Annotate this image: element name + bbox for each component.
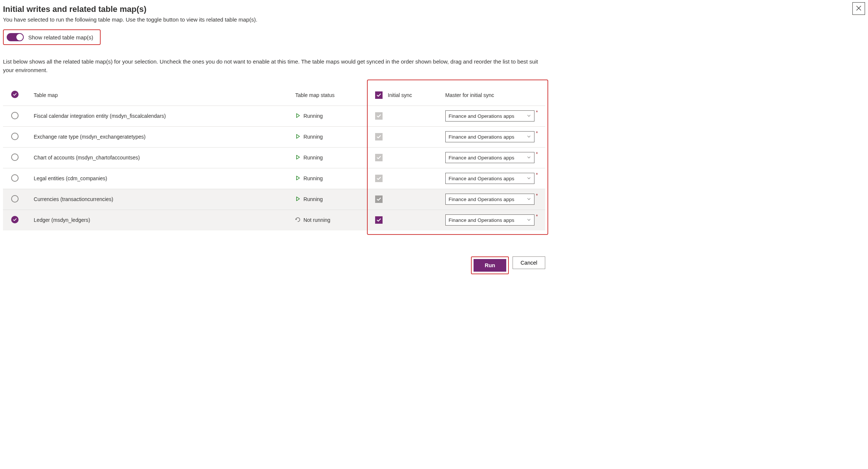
grid-header-initial-sync: Initial sync [372, 85, 445, 106]
master-dropdown-value: Finance and Operations apps [449, 155, 514, 161]
table-map-status: Not running [295, 210, 372, 230]
initial-sync-checkbox[interactable] [375, 154, 383, 161]
grid-header-master[interactable]: Master for initial sync [445, 85, 545, 106]
master-cell: Finance and Operations apps* [445, 189, 545, 210]
initial-sync-checkbox[interactable] [375, 112, 383, 120]
master-dropdown-value: Finance and Operations apps [449, 176, 514, 181]
chevron-down-icon [527, 113, 531, 119]
chevron-down-icon [527, 155, 531, 161]
master-cell: Finance and Operations apps* [445, 168, 545, 189]
initial-sync-cell [372, 126, 445, 147]
play-icon [295, 134, 300, 140]
table-map-name: Chart of accounts (msdyn_chartofaccounts… [34, 147, 295, 168]
play-icon [295, 113, 300, 119]
table-row[interactable]: Fiscal calendar integration entity (msdy… [3, 106, 545, 126]
row-select-radio[interactable] [11, 112, 19, 119]
row-select-radio[interactable] [11, 153, 19, 161]
initial-sync-cell [372, 189, 445, 210]
table-row[interactable]: Currencies (transactioncurrencies)Runnin… [3, 189, 545, 210]
table-map-grid-container: Table map Table map status Initial sync … [3, 85, 865, 230]
status-label: Running [303, 175, 323, 181]
run-button[interactable]: Run [474, 259, 506, 272]
show-related-toggle-container: Show related table map(s) [3, 29, 101, 45]
row-select-cell[interactable] [3, 168, 34, 189]
status-label: Running [303, 113, 323, 119]
table-map-name: Currencies (transactioncurrencies) [34, 189, 295, 210]
master-dropdown-value: Finance and Operations apps [449, 134, 514, 140]
grid-header-table-map[interactable]: Table map [34, 85, 295, 106]
select-all-indicator [11, 91, 19, 98]
initial-sync-cell [372, 210, 445, 230]
table-map-name: Fiscal calendar integration entity (msdy… [34, 106, 295, 126]
cancel-button[interactable]: Cancel [513, 256, 545, 269]
list-description: List below shows all the related table m… [3, 58, 542, 74]
master-dropdown[interactable]: Finance and Operations apps [445, 194, 534, 205]
required-indicator: * [536, 110, 538, 115]
initial-sync-select-all-checkbox[interactable] [375, 91, 383, 99]
dialog-subtitle: You have selected to run the following t… [3, 16, 865, 23]
table-map-name: Ledger (msdyn_ledgers) [34, 210, 295, 230]
chevron-down-icon [527, 217, 531, 223]
table-map-status: Running [295, 106, 372, 126]
initial-sync-checkbox[interactable] [375, 195, 383, 203]
annotation-highlight-run: Run [471, 256, 509, 274]
table-row[interactable]: Chart of accounts (msdyn_chartofaccounts… [3, 147, 545, 168]
chevron-down-icon [527, 176, 531, 181]
row-select-cell[interactable] [3, 189, 34, 210]
required-indicator: * [536, 151, 538, 156]
master-cell: Finance and Operations apps* [445, 106, 545, 126]
master-dropdown-value: Finance and Operations apps [449, 217, 514, 223]
master-dropdown-value: Finance and Operations apps [449, 113, 514, 119]
row-select-radio[interactable] [11, 195, 19, 203]
required-indicator: * [536, 172, 538, 177]
row-select-cell[interactable] [3, 126, 34, 147]
show-related-toggle[interactable] [7, 33, 24, 41]
master-dropdown[interactable]: Finance and Operations apps [445, 131, 534, 142]
close-button[interactable] [852, 2, 865, 15]
status-label: Not running [303, 217, 330, 223]
table-row[interactable]: Ledger (msdyn_ledgers)Not runningFinance… [3, 210, 545, 230]
master-dropdown[interactable]: Finance and Operations apps [445, 110, 534, 122]
initial-sync-cell [372, 106, 445, 126]
row-select-radio[interactable] [11, 133, 19, 140]
play-icon [295, 196, 300, 203]
row-select-cell[interactable] [3, 106, 34, 126]
master-dropdown[interactable]: Finance and Operations apps [445, 152, 534, 163]
table-map-status: Running [295, 147, 372, 168]
table-row[interactable]: Legal entities (cdm_companies)RunningFin… [3, 168, 545, 189]
grid-header-initial-sync-label: Initial sync [388, 92, 412, 98]
master-cell: Finance and Operations apps* [445, 126, 545, 147]
row-select-radio[interactable] [11, 216, 19, 223]
initial-sync-checkbox[interactable] [375, 133, 383, 140]
table-map-name: Exchange rate type (msdyn_exchangeratety… [34, 126, 295, 147]
dialog-footer: Run Cancel [3, 256, 545, 274]
master-dropdown[interactable]: Finance and Operations apps [445, 173, 534, 184]
close-icon [856, 5, 862, 12]
table-map-grid: Table map Table map status Initial sync … [3, 85, 545, 230]
table-row[interactable]: Exchange rate type (msdyn_exchangeratety… [3, 126, 545, 147]
dialog-title: Initial writes and related table map(s) [3, 4, 865, 14]
initial-sync-cell [372, 168, 445, 189]
grid-header-select[interactable] [3, 85, 34, 106]
row-select-cell[interactable] [3, 147, 34, 168]
status-label: Running [303, 134, 323, 140]
row-select-cell[interactable] [3, 210, 34, 230]
chevron-down-icon [527, 197, 531, 202]
not-running-icon [295, 217, 300, 223]
required-indicator: * [536, 214, 538, 219]
status-label: Running [303, 196, 323, 202]
grid-header-status[interactable]: Table map status [295, 85, 372, 106]
table-map-name: Legal entities (cdm_companies) [34, 168, 295, 189]
play-icon [295, 155, 300, 161]
initial-sync-checkbox[interactable] [375, 175, 383, 182]
master-cell: Finance and Operations apps* [445, 147, 545, 168]
chevron-down-icon [527, 134, 531, 140]
show-related-toggle-label: Show related table map(s) [28, 34, 93, 41]
master-dropdown-value: Finance and Operations apps [449, 197, 514, 202]
initial-writes-dialog: Initial writes and related table map(s) … [0, 0, 868, 280]
table-map-status: Running [295, 189, 372, 210]
initial-sync-cell [372, 147, 445, 168]
master-dropdown[interactable]: Finance and Operations apps [445, 214, 534, 226]
initial-sync-checkbox[interactable] [375, 216, 383, 224]
row-select-radio[interactable] [11, 174, 19, 182]
